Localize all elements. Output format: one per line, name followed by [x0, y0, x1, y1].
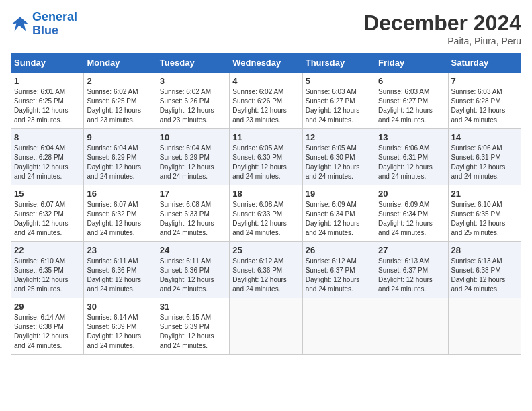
- day-info: Sunrise: 6:13 AMSunset: 6:38 PMDaylight:…: [451, 257, 518, 294]
- day-number: 8: [14, 132, 81, 142]
- day-info: Sunrise: 6:08 AMSunset: 6:33 PMDaylight:…: [160, 200, 226, 238]
- calendar-cell: 10Sunrise: 6:04 AMSunset: 6:29 PMDayligh…: [157, 129, 229, 185]
- day-number: 13: [378, 132, 445, 142]
- day-info: Sunrise: 6:02 AMSunset: 6:26 PMDaylight:…: [160, 87, 226, 125]
- calendar-cell: 24Sunrise: 6:11 AMSunset: 6:36 PMDayligh…: [157, 242, 229, 298]
- calendar-cell: 16Sunrise: 6:07 AMSunset: 6:32 PMDayligh…: [84, 185, 157, 242]
- calendar-cell: 5Sunrise: 6:03 AMSunset: 6:27 PMDaylight…: [302, 73, 375, 129]
- day-number: 11: [232, 132, 299, 142]
- calendar-cell: 20Sunrise: 6:09 AMSunset: 6:34 PMDayligh…: [375, 185, 448, 242]
- day-info: Sunrise: 6:02 AMSunset: 6:25 PMDaylight:…: [87, 87, 153, 125]
- day-info: Sunrise: 6:09 AMSunset: 6:34 PMDaylight:…: [306, 200, 372, 238]
- day-info: Sunrise: 6:04 AMSunset: 6:29 PMDaylight:…: [87, 144, 153, 181]
- day-info: Sunrise: 6:15 AMSunset: 6:39 PMDaylight:…: [160, 313, 226, 351]
- day-info: Sunrise: 6:05 AMSunset: 6:30 PMDaylight:…: [306, 144, 372, 181]
- day-info: Sunrise: 6:03 AMSunset: 6:28 PMDaylight:…: [451, 87, 518, 125]
- weekday-header-friday: Friday: [375, 54, 448, 73]
- day-info: Sunrise: 6:11 AMSunset: 6:36 PMDaylight:…: [87, 257, 153, 294]
- day-info: Sunrise: 6:04 AMSunset: 6:28 PMDaylight:…: [14, 144, 81, 181]
- main-title: December 2024: [363, 11, 521, 36]
- day-number: 22: [14, 245, 81, 255]
- day-number: 3: [160, 76, 226, 86]
- calendar-cell: 26Sunrise: 6:12 AMSunset: 6:37 PMDayligh…: [302, 242, 375, 298]
- day-number: 6: [378, 76, 445, 86]
- day-info: Sunrise: 6:03 AMSunset: 6:27 PMDaylight:…: [306, 87, 372, 125]
- calendar-cell: [448, 298, 521, 355]
- calendar-cell: 21Sunrise: 6:10 AMSunset: 6:35 PMDayligh…: [448, 185, 521, 242]
- day-number: 12: [306, 132, 372, 142]
- day-number: 2: [87, 76, 153, 86]
- day-number: 27: [378, 245, 445, 255]
- day-info: Sunrise: 6:03 AMSunset: 6:27 PMDaylight:…: [378, 87, 445, 125]
- weekday-header-saturday: Saturday: [448, 54, 521, 73]
- logo-line2: Blue: [32, 24, 58, 37]
- day-info: Sunrise: 6:08 AMSunset: 6:33 PMDaylight:…: [232, 200, 299, 238]
- day-number: 21: [451, 189, 518, 199]
- day-number: 24: [160, 245, 226, 255]
- day-info: Sunrise: 6:14 AMSunset: 6:38 PMDaylight:…: [14, 313, 81, 351]
- day-number: 23: [87, 245, 153, 255]
- day-number: 19: [306, 189, 372, 199]
- day-number: 26: [306, 245, 372, 255]
- calendar-cell: 13Sunrise: 6:06 AMSunset: 6:31 PMDayligh…: [375, 129, 448, 185]
- day-info: Sunrise: 6:05 AMSunset: 6:30 PMDaylight:…: [232, 144, 299, 181]
- day-number: 7: [451, 76, 518, 86]
- calendar-cell: 3Sunrise: 6:02 AMSunset: 6:26 PMDaylight…: [157, 73, 229, 129]
- calendar-cell: 14Sunrise: 6:06 AMSunset: 6:31 PMDayligh…: [448, 129, 521, 185]
- week-row-5: 29Sunrise: 6:14 AMSunset: 6:38 PMDayligh…: [11, 298, 521, 355]
- weekday-header-monday: Monday: [84, 54, 157, 73]
- day-number: 31: [160, 302, 226, 312]
- day-info: Sunrise: 6:04 AMSunset: 6:29 PMDaylight:…: [160, 144, 226, 181]
- header: General Blue December 2024 Paita, Piura,…: [11, 11, 521, 46]
- day-info: Sunrise: 6:14 AMSunset: 6:39 PMDaylight:…: [87, 313, 153, 351]
- day-info: Sunrise: 6:10 AMSunset: 6:35 PMDaylight:…: [451, 200, 518, 238]
- calendar-cell: 30Sunrise: 6:14 AMSunset: 6:39 PMDayligh…: [84, 298, 157, 355]
- day-number: 5: [306, 76, 372, 86]
- calendar-header: SundayMondayTuesdayWednesdayThursdayFrid…: [11, 54, 521, 73]
- calendar-cell: 11Sunrise: 6:05 AMSunset: 6:30 PMDayligh…: [230, 129, 302, 185]
- day-number: 15: [14, 189, 81, 199]
- logo-line1: General: [32, 10, 77, 24]
- calendar-cell: 18Sunrise: 6:08 AMSunset: 6:33 PMDayligh…: [230, 185, 302, 242]
- calendar-cell: 1Sunrise: 6:01 AMSunset: 6:25 PMDaylight…: [11, 73, 84, 129]
- calendar-cell: 8Sunrise: 6:04 AMSunset: 6:28 PMDaylight…: [11, 129, 84, 185]
- day-info: Sunrise: 6:06 AMSunset: 6:31 PMDaylight:…: [378, 144, 445, 181]
- calendar-cell: 6Sunrise: 6:03 AMSunset: 6:27 PMDaylight…: [375, 73, 448, 129]
- svg-marker-0: [11, 17, 28, 31]
- day-info: Sunrise: 6:09 AMSunset: 6:34 PMDaylight:…: [378, 200, 445, 238]
- day-number: 9: [87, 132, 153, 142]
- day-number: 20: [378, 189, 445, 199]
- title-area: December 2024 Paita, Piura, Peru: [363, 11, 521, 46]
- calendar-cell: 23Sunrise: 6:11 AMSunset: 6:36 PMDayligh…: [84, 242, 157, 298]
- day-info: Sunrise: 6:01 AMSunset: 6:25 PMDaylight:…: [14, 87, 81, 125]
- weekday-header-thursday: Thursday: [302, 54, 375, 73]
- calendar-cell: 22Sunrise: 6:10 AMSunset: 6:35 PMDayligh…: [11, 242, 84, 298]
- calendar-table: SundayMondayTuesdayWednesdayThursdayFrid…: [11, 53, 521, 355]
- calendar-cell: 4Sunrise: 6:02 AMSunset: 6:26 PMDaylight…: [230, 73, 302, 129]
- calendar-cell: [230, 298, 302, 355]
- day-number: 1: [14, 76, 81, 86]
- day-info: Sunrise: 6:10 AMSunset: 6:35 PMDaylight:…: [14, 257, 81, 294]
- day-info: Sunrise: 6:02 AMSunset: 6:26 PMDaylight:…: [232, 87, 299, 125]
- day-info: Sunrise: 6:12 AMSunset: 6:37 PMDaylight:…: [306, 257, 372, 294]
- logo-icon: [11, 15, 30, 34]
- day-info: Sunrise: 6:07 AMSunset: 6:32 PMDaylight:…: [14, 200, 81, 238]
- day-number: 28: [451, 245, 518, 255]
- logo: General Blue: [11, 11, 77, 38]
- calendar-cell: 15Sunrise: 6:07 AMSunset: 6:32 PMDayligh…: [11, 185, 84, 242]
- logo-text: General Blue: [32, 11, 77, 38]
- day-info: Sunrise: 6:13 AMSunset: 6:37 PMDaylight:…: [378, 257, 445, 294]
- calendar-cell: 19Sunrise: 6:09 AMSunset: 6:34 PMDayligh…: [302, 185, 375, 242]
- weekday-header-wednesday: Wednesday: [230, 54, 302, 73]
- calendar-cell: 7Sunrise: 6:03 AMSunset: 6:28 PMDaylight…: [448, 73, 521, 129]
- calendar-cell: [375, 298, 448, 355]
- day-info: Sunrise: 6:11 AMSunset: 6:36 PMDaylight:…: [160, 257, 226, 294]
- day-number: 4: [232, 76, 299, 86]
- day-number: 25: [232, 245, 299, 255]
- calendar-cell: 28Sunrise: 6:13 AMSunset: 6:38 PMDayligh…: [448, 242, 521, 298]
- day-number: 14: [451, 132, 518, 142]
- week-row-2: 8Sunrise: 6:04 AMSunset: 6:28 PMDaylight…: [11, 129, 521, 185]
- calendar-cell: 25Sunrise: 6:12 AMSunset: 6:36 PMDayligh…: [230, 242, 302, 298]
- day-number: 18: [232, 189, 299, 199]
- calendar-cell: [302, 298, 375, 355]
